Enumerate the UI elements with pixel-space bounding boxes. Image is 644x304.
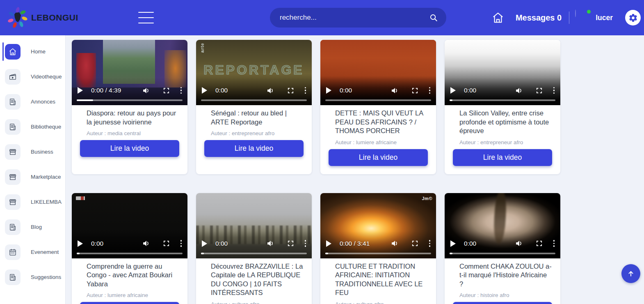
sidebar-item-suggestions[interactable]: Suggestions: [0, 265, 65, 290]
more-options-icon[interactable]: [180, 87, 182, 94]
video-player[interactable]: 0:00: [196, 193, 312, 258]
sidebar-item-business[interactable]: Business: [0, 139, 65, 164]
sidebar-item-marketplace[interactable]: Marketplace: [0, 164, 65, 189]
video-card: 0:00 Comprendre la guerre au Congo - ave…: [72, 193, 187, 304]
messages-link[interactable]: Messages 0: [516, 13, 562, 23]
hamburger-icon[interactable]: [138, 12, 154, 23]
sidebar-item-annonces[interactable]: Annonces: [0, 89, 65, 114]
brand[interactable]: LEBONGUI: [7, 7, 78, 28]
sidebar-item-likelemba[interactable]: LIKELEMBA: [0, 189, 65, 214]
video-progress-bar[interactable]: [325, 99, 431, 101]
play-icon[interactable]: [326, 87, 331, 94]
volume-icon[interactable]: [266, 86, 275, 95]
video-progress-bar[interactable]: [450, 99, 555, 101]
volume-icon[interactable]: [266, 239, 275, 248]
settings-button[interactable]: [625, 10, 641, 25]
fullscreen-icon[interactable]: [287, 240, 294, 247]
volume-icon[interactable]: [142, 86, 151, 95]
video-time: 0:00: [215, 87, 228, 94]
sidebar-item-label: Annonces: [31, 99, 55, 105]
online-status-dot: [587, 9, 591, 14]
video-card: arte REPORTAGE 0:00 Sénégal : retour au …: [196, 40, 312, 174]
video-card: 0:00 DETTE : MAIS QUI VEUT LA PEAU DES A…: [320, 40, 436, 174]
video-player[interactable]: Jm© 0:00 / 3:41: [320, 193, 436, 258]
sidebar-item-home[interactable]: Home: [0, 39, 65, 64]
video-time: 0:00: [91, 240, 103, 247]
more-options-icon[interactable]: [553, 87, 555, 94]
fullscreen-icon[interactable]: [287, 87, 294, 94]
video-player[interactable]: 0:00: [445, 40, 560, 105]
video-author: Auteur : entrepreneur afro: [211, 130, 304, 136]
play-video-button[interactable]: Lire la video: [204, 140, 304, 157]
volume-icon[interactable]: [515, 86, 523, 95]
play-icon[interactable]: [78, 240, 83, 247]
more-options-icon[interactable]: [305, 240, 306, 247]
video-author: Auteur : lumiere africaine: [335, 139, 428, 145]
scroll-to-top-button[interactable]: [621, 264, 640, 283]
more-options-icon[interactable]: [429, 240, 431, 247]
video-progress-bar[interactable]: [77, 253, 183, 254]
play-icon[interactable]: [326, 240, 331, 247]
play-icon[interactable]: [450, 87, 456, 94]
volume-icon[interactable]: [391, 239, 399, 248]
more-options-icon[interactable]: [429, 87, 431, 94]
play-video-button[interactable]: Lire la video: [453, 149, 552, 166]
video-progress-bar[interactable]: [450, 253, 555, 254]
play-icon[interactable]: [202, 240, 207, 247]
video-title: DETTE : MAIS QUI VEUT LA PEAU DES AFRICA…: [335, 109, 428, 136]
fullscreen-icon[interactable]: [536, 87, 543, 94]
play-icon[interactable]: [78, 87, 83, 94]
more-options-icon[interactable]: [180, 240, 182, 247]
volume-icon[interactable]: [391, 86, 399, 95]
search-icon[interactable]: [428, 12, 439, 23]
avatar[interactable]: [575, 10, 591, 25]
sidebar-item-blog[interactable]: Blog: [0, 214, 65, 240]
more-options-icon[interactable]: [553, 240, 555, 247]
video-time: 0:00: [215, 240, 228, 247]
video-player[interactable]: 0:00 / 4:39: [72, 40, 187, 105]
sidebar-item-bibliotheque[interactable]: Bibliotheque: [0, 114, 65, 139]
volume-icon[interactable]: [515, 239, 523, 248]
play-video-button[interactable]: Lire la video: [453, 302, 552, 304]
more-options-icon[interactable]: [305, 87, 306, 94]
lebongui-logo-icon: [7, 7, 28, 28]
video-player[interactable]: 0:00: [72, 193, 187, 258]
username-link[interactable]: lucer: [596, 14, 613, 22]
fullscreen-icon[interactable]: [411, 240, 418, 247]
brand-name: LEBONGUI: [31, 13, 78, 23]
fullscreen-icon[interactable]: [163, 87, 170, 94]
main-content: 0:00 / 4:39 Diaspora: retour au pays pou…: [66, 35, 644, 304]
video-title: La Silicon Valley, entre crise profonde …: [459, 109, 552, 136]
video-progress-bar[interactable]: [325, 253, 431, 254]
sidebar: Home Videotheque Annonces Bibliotheque B…: [0, 35, 66, 304]
fullscreen-icon[interactable]: [411, 87, 418, 94]
play-icon[interactable]: [450, 240, 456, 247]
sidebar-item-videotheque[interactable]: Videotheque: [0, 64, 65, 89]
newspaper-icon: [5, 94, 21, 110]
play-video-button[interactable]: Lire la video: [80, 302, 179, 304]
video-title: Sénégal : retour au bled | ARTE Reportag…: [211, 109, 304, 127]
storefront-icon: [5, 144, 21, 160]
video-player[interactable]: arte REPORTAGE 0:00: [196, 40, 312, 105]
play-icon[interactable]: [202, 87, 207, 94]
play-video-button[interactable]: Lire la video: [80, 140, 179, 157]
volume-icon[interactable]: [142, 239, 151, 248]
sidebar-item-evenement[interactable]: Evenement: [0, 240, 65, 265]
arrow-up-icon: [627, 269, 635, 278]
sidebar-item-label: Blog: [31, 224, 42, 230]
video-progress-bar[interactable]: [77, 99, 183, 101]
video-progress-bar[interactable]: [201, 99, 307, 101]
video-card: 0:00 La Silicon Valley, entre crise prof…: [445, 40, 560, 174]
play-video-button[interactable]: Lire la video: [329, 149, 428, 166]
video-time: 0:00: [464, 87, 476, 94]
fullscreen-icon[interactable]: [536, 240, 543, 247]
fullscreen-icon[interactable]: [163, 240, 170, 247]
home-icon: [5, 44, 21, 60]
search-input[interactable]: [280, 14, 428, 22]
video-card: 0:00 Découvrez BRAZZAVILLE : La Capitale…: [196, 193, 312, 304]
sidebar-item-label: Evenement: [31, 249, 59, 255]
video-player[interactable]: 0:00: [445, 193, 560, 258]
home-icon[interactable]: [492, 12, 504, 24]
video-progress-bar[interactable]: [201, 253, 307, 254]
video-player[interactable]: 0:00: [320, 40, 436, 105]
